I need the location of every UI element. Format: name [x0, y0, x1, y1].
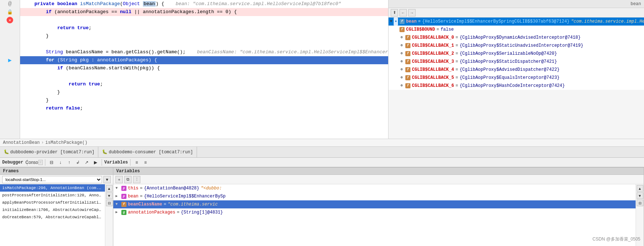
frames-header: localhost-startStop-1... ▼ — [0, 175, 113, 184]
run-cursor-btn[interactable]: ↲ — [74, 159, 82, 166]
vars-header: + ⧉ ⋮ — [113, 175, 644, 184]
type-this: p — [121, 186, 126, 191]
gutter-row-9 — [0, 64, 20, 72]
code-line-13: } — [20, 96, 388, 104]
cb1-value: {CglibAopProxy$StaticUnadvisedIntercepto… — [459, 42, 583, 50]
console-dropdown-icon[interactable]: ▼ — [38, 160, 43, 165]
breadcrumb-class: AnnotationBean — [3, 139, 40, 146]
cb3-name: CGLIB$CALLBACK_3 — [412, 58, 454, 66]
bean-name: bean — [128, 193, 139, 200]
breadcrumb-bar: AnnotationBean › isMatchPackage() — [0, 139, 644, 147]
cb5-value: {CglibAopProxy$EqualsInterceptor@7423} — [459, 74, 560, 82]
separator-4 — [130, 159, 130, 166]
hint-row-callback6[interactable]: ⊕ f CGLIB$CALLBACK_6 = {CglibAopProxy$Ha… — [389, 82, 644, 90]
vars-add-btn[interactable]: + — [115, 176, 123, 183]
frame-item-3[interactable]: initializeBean:1706, AbstractAutowireCap… — [0, 206, 105, 214]
frames-panel-title: Frames — [0, 168, 113, 175]
field-type-cglib-bound: f — [399, 27, 405, 32]
type-bean: p — [121, 194, 126, 199]
frame-item-4[interactable]: doCreateBean:579, AbstractAutowireCapabl… — [0, 214, 105, 221]
var-row-beanclassname[interactable]: ▼ f beanClassName = "com.itheima.servic — [113, 200, 636, 208]
hint-back-btn[interactable]: ← — [399, 9, 407, 16]
tab-provider[interactable]: 🐛 dubbodemo-provider [tomcat7:run] — [0, 147, 98, 158]
code-area: @ 🔒 ✕ ▶ private boolean isMatchPackage(O… — [0, 0, 644, 139]
frame-item-1[interactable]: postProcessAfterInitialization:120, Anno… — [0, 192, 105, 199]
frames-filter-btn[interactable]: ▼ — [103, 176, 111, 183]
resume-btn[interactable]: ▶ — [91, 159, 99, 166]
gutter-row-4 — [0, 24, 20, 32]
vars-panel: Variables + ⧉ ⋮ ▼ p this = {AnnotationBe… — [113, 168, 644, 246]
var-row-this[interactable]: ▼ p this = {AnnotationBean@4828} "<dubbo… — [113, 184, 636, 192]
hint-row-callback4[interactable]: ⊕ f CGLIB$CALLBACK_4 = {CglibAopProxy$Ad… — [389, 66, 644, 74]
code-line-8-current: for (String pkg : annotationPackages) { — [20, 56, 388, 64]
field-type-cb4: f — [405, 67, 410, 72]
annotationpackages-name: annotationPackages — [128, 209, 175, 216]
vars-copy-btn[interactable]: ⧉ — [124, 176, 132, 183]
bottom-area: Frames localhost-startStop-1... ▼ isMatc… — [0, 167, 644, 246]
var-row-annotationpackages[interactable]: ▶ g annotationPackages = {String[1]@4831… — [113, 208, 636, 216]
frames-panel: Frames localhost-startStop-1... ▼ isMatc… — [0, 168, 113, 246]
annotationpackages-value: {String[1]@4831} — [181, 209, 223, 216]
frame-item-0[interactable]: isMatchPackage:296, AnnotationBean (com.… — [0, 184, 105, 192]
vars-nav-up[interactable]: ▲ — [637, 185, 643, 192]
frames-nav-up[interactable]: ▲ — [106, 185, 113, 192]
watermark: CSDN @多加香菜_0505 — [592, 236, 640, 242]
hint-row-callback1[interactable]: ⊕ f CGLIB$CALLBACK_1 = {CglibAopProxy$St… — [389, 42, 644, 50]
expand-icon-cb2: ⊕ — [399, 51, 404, 56]
expand-this: ▼ — [115, 185, 120, 192]
cb6-value: {CglibAopProxy$HashCodeInterceptor@7424} — [459, 82, 565, 90]
hint-row-callback0[interactable]: ⊕ f CGLIB$CALLBACK_0 = {CglibAopProxy$Dy… — [389, 34, 644, 42]
code-line-6 — [20, 40, 388, 48]
frames-nav-down[interactable]: ▼ — [106, 192, 113, 199]
frames-nav-filter[interactable]: ⊟ — [106, 200, 113, 206]
hint-row-callback3[interactable]: ⊕ f CGLIB$CALLBACK_3 = {CglibAopProxy$St… — [389, 58, 644, 66]
vars-options-btn[interactable]: ⋮ — [133, 176, 140, 183]
this-name: this — [128, 185, 139, 192]
code-line-12: } — [20, 88, 388, 96]
gutter-row-5 — [0, 32, 20, 40]
console-btn[interactable]: Console — [30, 159, 38, 166]
hint-row-bean[interactable]: ▼ ● f bean = {HelloServiceImpl$$Enhancer… — [389, 18, 644, 26]
code-line-1: private boolean isMatchPackage(Object be… — [20, 0, 388, 8]
tab-consumer[interactable]: 🐛 dubbodemo-consumer [tomcat7:run] — [98, 147, 197, 158]
separator-2 — [45, 159, 45, 166]
cglib-bound-value: false — [440, 26, 454, 34]
code-line-3 — [20, 16, 388, 24]
hint-row-cglib-bound[interactable]: f CGLIB$BOUND = false — [389, 26, 644, 34]
gutter-row-1: @ — [0, 0, 20, 8]
hint-export-btn[interactable]: ⬆ — [391, 9, 398, 16]
eval-btn[interactable]: ↗ — [83, 159, 91, 166]
vars-nav-down[interactable]: ▼ — [637, 192, 643, 199]
lock-icon: 🔒 — [7, 9, 13, 15]
field-type-cb2: f — [405, 51, 410, 56]
var-row-bean[interactable]: ▶ p bean = {HelloServiceImpl$$EnhancerBy… — [113, 192, 636, 200]
hint-row-callback2[interactable]: ⊕ f CGLIB$CALLBACK_2 = {CglibAopProxy$Se… — [389, 50, 644, 58]
at-icon: @ — [8, 1, 12, 7]
frames-list: isMatchPackage:296, AnnotationBean (com.… — [0, 184, 105, 246]
code-line-14: return false; — [20, 104, 388, 112]
code-line-2: if (annotationPackages == null || annota… — [20, 8, 388, 16]
code-line-7: String beanClassName = bean.getClass().g… — [20, 48, 388, 56]
step-into-btn[interactable]: ↓ — [56, 159, 64, 166]
debug-toolbar: 🐛 dubbodemo-provider [tomcat7:run] 🐛 dub… — [0, 147, 644, 158]
vars-btn-1[interactable]: ≡ — [133, 159, 141, 166]
type-annotationpackages: g — [121, 210, 126, 215]
breakpoint-icon: ✕ — [7, 17, 13, 23]
step-over-btn[interactable]: ⊟ — [48, 159, 56, 166]
vars-btn-2[interactable]: ≡ — [141, 159, 149, 166]
expand-beanclassname: ▼ — [115, 201, 120, 208]
expand-icon-cb1: ⊕ — [399, 43, 404, 48]
beanclassname-str: "com.itheima.servic — [168, 201, 218, 208]
this-value: {AnnotationBean@4828} — [144, 185, 199, 192]
frame-item-2[interactable]: applyBeanPostProcessorsAfterInitializati… — [0, 199, 105, 206]
step-out-btn[interactable]: ↑ — [65, 159, 73, 166]
debug-controls-row: Debugger Console ▼ ⊟ ↓ ↑ ↲ ↗ ▶ Variables… — [0, 158, 644, 167]
vars-nav-filter[interactable]: ⊟ — [637, 200, 643, 206]
vars-content: ▼ p this = {AnnotationBean@4828} "<dubbo… — [113, 184, 636, 246]
thread-select[interactable]: localhost-startStop-1... — [2, 176, 102, 183]
hint-row-callback5[interactable]: ⊕ f CGLIB$CALLBACK_5 = {CglibAopProxy$Eq… — [389, 74, 644, 82]
frames-nav: ▲ ▼ ⊟ — [105, 184, 113, 246]
hint-forward-btn[interactable]: → — [408, 9, 416, 16]
bean-value: {HelloServiceImpl$$EnhancerBySpringCGLIB… — [422, 18, 569, 26]
cb5-name: CGLIB$CALLBACK_5 — [412, 74, 454, 82]
